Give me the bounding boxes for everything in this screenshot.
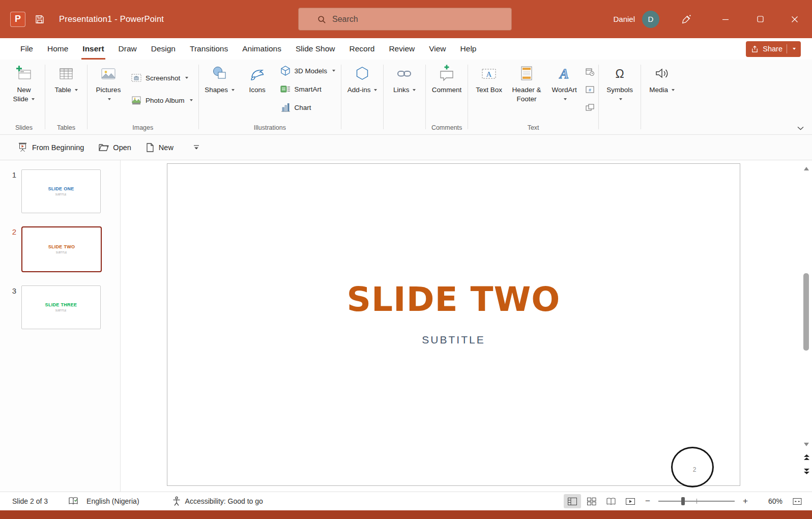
- scroll-up-button[interactable]: [801, 163, 812, 174]
- vertical-scrollbar[interactable]: [801, 160, 812, 492]
- search-placeholder: Search: [332, 15, 358, 24]
- zoom-slider-thumb[interactable]: [681, 497, 685, 505]
- pictures-icon: [99, 65, 118, 83]
- scroll-down-button[interactable]: [801, 439, 812, 449]
- zoom-slider[interactable]: [658, 501, 735, 502]
- slide-page-number: 2: [689, 466, 700, 473]
- chevron-down-icon: [619, 98, 622, 100]
- wordart-button[interactable]: A WordArt: [545, 61, 583, 103]
- tab-review[interactable]: Review: [382, 38, 422, 60]
- tab-design[interactable]: Design: [144, 38, 183, 60]
- slide-1-number: 1: [8, 169, 16, 213]
- ink-pen-icon[interactable]: [675, 14, 698, 25]
- tab-record[interactable]: Record: [342, 38, 382, 60]
- table-button[interactable]: Table: [47, 61, 85, 95]
- new-button[interactable]: New: [140, 139, 179, 156]
- save-icon[interactable]: [35, 14, 45, 24]
- 3d-models-button[interactable]: 3D Models: [276, 64, 339, 78]
- pictures-button[interactable]: Pictures: [90, 61, 127, 103]
- chart-button[interactable]: Chart: [276, 100, 339, 114]
- tab-animations[interactable]: Animations: [235, 38, 288, 60]
- tab-insert[interactable]: Insert: [75, 38, 111, 60]
- current-slide[interactable]: SLIDE TWO SUBTITLE 2: [167, 163, 740, 486]
- group-separator: [425, 65, 426, 129]
- next-slide-button[interactable]: [801, 467, 812, 477]
- chart-label: Chart: [295, 104, 311, 111]
- accessibility-button[interactable]: Accessibility: Good to go: [168, 496, 267, 506]
- slide-3-thumb-subtitle: SUBTITLE: [55, 309, 67, 311]
- minimize-button[interactable]: [708, 0, 743, 38]
- spelling-button[interactable]: [64, 497, 82, 506]
- media-button[interactable]: Media: [643, 61, 681, 95]
- tab-help[interactable]: Help: [453, 38, 484, 60]
- slide-2-thumbnail[interactable]: SLIDE TWO SUBTITLE: [21, 226, 102, 272]
- tab-view[interactable]: View: [422, 38, 453, 60]
- maximize-button[interactable]: [743, 0, 777, 38]
- zoom-in-button[interactable]: +: [739, 494, 752, 508]
- search-box[interactable]: Search: [298, 8, 512, 31]
- photo-album-button[interactable]: Photo Album: [127, 93, 196, 107]
- icons-icon: [248, 65, 267, 83]
- new-slide-button[interactable]: New Slide: [5, 61, 43, 103]
- pictures-label: Pictures: [96, 86, 121, 94]
- user-name[interactable]: Daniel: [613, 15, 635, 23]
- date-time-button[interactable]: [583, 66, 596, 78]
- object-button[interactable]: [583, 101, 596, 113]
- slide-sorter-view-button[interactable]: [583, 494, 600, 508]
- comment-button[interactable]: Comment: [428, 61, 466, 95]
- tab-slide-show[interactable]: Slide Show: [288, 38, 342, 60]
- avatar[interactable]: D: [642, 11, 659, 28]
- slide-3-thumbnail[interactable]: SLIDE THREE SUBTITLE: [21, 285, 101, 329]
- chart-icon: [280, 102, 291, 113]
- close-button[interactable]: [777, 0, 812, 38]
- slide-show-button[interactable]: [622, 494, 639, 508]
- header-footer-button[interactable]: Header & Footer: [508, 61, 545, 103]
- tab-file[interactable]: File: [13, 38, 40, 60]
- from-beginning-button[interactable]: From Beginning: [12, 139, 89, 156]
- spell-check-icon: [68, 497, 78, 506]
- slide-1-thumbnail[interactable]: SLIDE ONE SUBTITLE: [21, 169, 101, 213]
- add-ins-button[interactable]: Add-ins: [343, 61, 381, 95]
- slide-indicator[interactable]: Slide 2 of 3: [8, 497, 52, 505]
- icons-label: Icons: [249, 86, 265, 94]
- scrollbar-thumb[interactable]: [803, 273, 809, 351]
- share-button[interactable]: Share: [746, 41, 801, 57]
- open-button[interactable]: Open: [93, 139, 136, 155]
- slide-2-number: 2: [8, 226, 16, 272]
- slide-number-button[interactable]: #: [583, 83, 596, 96]
- group-separator: [598, 65, 599, 129]
- group-label-illustrations: Illustrations: [201, 121, 339, 134]
- symbols-button[interactable]: Ω Symbols: [601, 61, 639, 103]
- normal-view-icon: [567, 497, 577, 506]
- normal-view-button[interactable]: [564, 494, 581, 508]
- chevron-down-icon: [185, 77, 188, 79]
- ribbon-group-links: Links: [386, 61, 423, 134]
- tab-home[interactable]: Home: [40, 38, 75, 60]
- previous-slide-button[interactable]: [801, 452, 812, 463]
- text-box-button[interactable]: A Text Box: [470, 61, 508, 95]
- ribbon-group-illustrations: Shapes Icons: [201, 61, 339, 134]
- collapse-ribbon-button[interactable]: [797, 126, 804, 130]
- smartart-button[interactable]: SmartArt: [276, 82, 339, 96]
- slide-canvas: SLIDE TWO SUBTITLE 2: [121, 160, 801, 492]
- zoom-level[interactable]: 60%: [759, 497, 782, 505]
- zoom-out-button[interactable]: −: [641, 494, 654, 508]
- links-button[interactable]: Links: [386, 61, 423, 95]
- text-box-label: Text Box: [476, 86, 502, 94]
- share-icon: [751, 45, 759, 53]
- tab-transitions[interactable]: Transitions: [183, 38, 235, 60]
- slide-subtitle-text[interactable]: SUBTITLE: [167, 334, 740, 346]
- powerpoint-logo-icon[interactable]: P: [10, 12, 25, 27]
- icons-button[interactable]: Icons: [239, 61, 276, 95]
- shapes-button[interactable]: Shapes: [201, 61, 239, 95]
- screenshot-button[interactable]: Screenshot: [127, 71, 196, 85]
- media-icon: [653, 65, 671, 83]
- titlebar: P Presentation1 - PowerPoint Search Dani…: [0, 0, 812, 38]
- fit-to-window-button[interactable]: [789, 494, 806, 508]
- customize-toolbar-button[interactable]: [190, 141, 203, 154]
- reading-view-button[interactable]: [602, 494, 620, 508]
- tab-draw[interactable]: Draw: [111, 38, 144, 60]
- slide-title-text[interactable]: SLIDE TWO: [167, 280, 740, 319]
- language-button[interactable]: English (Nigeria): [82, 497, 143, 505]
- slide-1-thumb-title: SLIDE ONE: [48, 186, 74, 191]
